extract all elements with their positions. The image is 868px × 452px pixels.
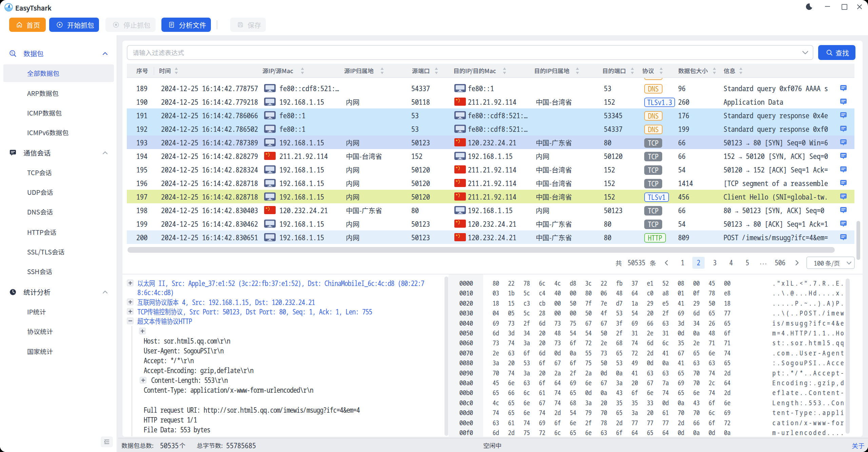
svg-text:01: 01: [12, 53, 14, 55]
